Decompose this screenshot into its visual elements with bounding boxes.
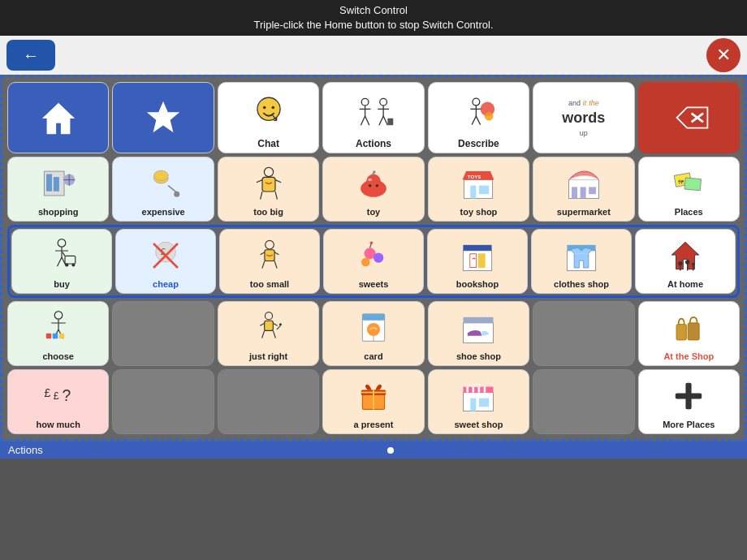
cheap-cell[interactable]: £ cheap bbox=[115, 229, 216, 294]
svg-rect-107 bbox=[46, 334, 51, 338]
words-button[interactable]: and it the words up bbox=[533, 82, 634, 153]
svg-rect-40 bbox=[262, 177, 275, 192]
bookshop-cell[interactable]: bookshop bbox=[427, 229, 528, 294]
shopping-cell[interactable]: shopping bbox=[7, 157, 109, 222]
at-home-icon bbox=[637, 233, 733, 278]
svg-point-48 bbox=[369, 184, 372, 187]
at-home-cell[interactable]: At home bbox=[635, 229, 736, 294]
more-places-icon bbox=[641, 373, 737, 418]
places-icon: 🗺 bbox=[641, 161, 737, 205]
choose-cell[interactable]: choose bbox=[7, 301, 109, 366]
svg-point-77 bbox=[266, 240, 274, 249]
too-big-cell[interactable]: too big bbox=[218, 157, 319, 222]
svg-line-12 bbox=[365, 116, 369, 125]
svg-rect-127 bbox=[676, 324, 686, 339]
svg-rect-78 bbox=[265, 250, 274, 261]
svg-point-4 bbox=[271, 106, 274, 110]
actions-label: Actions bbox=[356, 138, 391, 149]
clothes-shop-icon bbox=[533, 233, 629, 278]
shoe-shop-icon bbox=[430, 305, 527, 350]
more-places-label: More Places bbox=[663, 420, 715, 430]
sweets-icon bbox=[326, 233, 421, 278]
svg-line-70 bbox=[63, 252, 65, 256]
svg-rect-30 bbox=[46, 174, 52, 191]
star-icon bbox=[116, 86, 209, 149]
svg-point-51 bbox=[373, 170, 376, 174]
choose-label: choose bbox=[42, 351, 74, 362]
supermarket-cell[interactable]: supermarket bbox=[533, 157, 634, 222]
too-small-cell[interactable]: too small bbox=[219, 229, 320, 294]
shoe-shop-label: shoe shop bbox=[456, 351, 501, 362]
expensive-cell[interactable]: expensive bbox=[112, 157, 214, 222]
bottom-bar: Actions bbox=[0, 442, 747, 459]
svg-text:TOYS: TOYS bbox=[468, 174, 481, 179]
star-button[interactable] bbox=[112, 82, 214, 153]
svg-rect-128 bbox=[688, 323, 699, 340]
svg-text:🗺: 🗺 bbox=[678, 179, 684, 185]
chat-button[interactable]: Chat bbox=[218, 82, 319, 153]
main-grid-area: Chat Actions bbox=[0, 75, 747, 442]
toy-shop-label: toy shop bbox=[460, 207, 498, 218]
svg-line-82 bbox=[274, 261, 277, 268]
shoe-shop-cell[interactable]: shoe shop bbox=[428, 301, 529, 366]
sweet-shop-icon: CANDY bbox=[430, 373, 527, 418]
too-big-label: too big bbox=[253, 207, 283, 218]
svg-point-13 bbox=[380, 99, 387, 106]
clothes-shop-cell[interactable]: clothes shop bbox=[531, 229, 632, 294]
places-label: Places bbox=[675, 207, 703, 218]
svg-rect-119 bbox=[362, 314, 384, 321]
how-much-cell[interactable]: £ £ ? how much bbox=[7, 369, 109, 434]
svg-rect-109 bbox=[59, 334, 64, 338]
places-cell[interactable]: 🗺 Places bbox=[638, 157, 740, 222]
svg-rect-88 bbox=[463, 251, 491, 271]
svg-point-39 bbox=[264, 167, 273, 176]
how-much-row: £ £ ? how much bbox=[7, 369, 740, 434]
too-small-icon bbox=[222, 233, 317, 278]
svg-line-11 bbox=[361, 116, 365, 125]
svg-point-84 bbox=[374, 252, 383, 262]
home-button[interactable] bbox=[7, 82, 109, 153]
too-big-icon bbox=[220, 161, 317, 205]
buy-cell[interactable]: buy bbox=[11, 229, 112, 294]
shopping-row: shopping expensive bbox=[7, 157, 740, 222]
too-small-label: too small bbox=[250, 279, 289, 290]
cheap-icon: £ bbox=[118, 233, 214, 278]
svg-point-120 bbox=[367, 323, 380, 336]
svg-point-47 bbox=[368, 179, 372, 182]
backspace-button[interactable] bbox=[638, 82, 740, 153]
empty-cell-2 bbox=[533, 301, 634, 366]
sweet-shop-label: sweet shop bbox=[454, 420, 503, 430]
svg-line-41 bbox=[256, 179, 261, 182]
chat-label: Chat bbox=[257, 138, 279, 149]
sweets-cell[interactable]: sweets bbox=[323, 229, 424, 294]
describe-label: Describe bbox=[458, 138, 499, 149]
svg-point-125 bbox=[473, 328, 475, 330]
describe-button[interactable]: Describe bbox=[428, 82, 529, 153]
toy-label: toy bbox=[367, 207, 381, 218]
clothes-shop-label: clothes shop bbox=[554, 279, 609, 290]
back-button[interactable]: ← bbox=[6, 40, 55, 71]
a-present-icon bbox=[325, 373, 421, 418]
content-grid: shopping expensive bbox=[7, 157, 740, 434]
at-the-shop-cell[interactable]: At the Shop bbox=[638, 301, 740, 366]
more-places-cell[interactable]: More Places bbox=[638, 369, 740, 434]
toy-shop-cell[interactable]: TOYS toy shop bbox=[428, 157, 529, 222]
svg-point-19 bbox=[473, 98, 480, 106]
close-button[interactable]: ✕ bbox=[706, 38, 741, 72]
actions-button[interactable]: Actions bbox=[322, 82, 424, 153]
buy-row-highlight: buy £ cheap bbox=[7, 225, 740, 298]
a-present-cell[interactable]: a present bbox=[322, 369, 424, 434]
svg-line-44 bbox=[275, 192, 277, 200]
bottom-dot bbox=[387, 447, 394, 454]
sweets-label: sweets bbox=[359, 279, 389, 290]
words-display: and it the words up bbox=[562, 97, 605, 139]
sweet-shop-cell[interactable]: CANDY sweet shop bbox=[428, 369, 529, 434]
svg-rect-91 bbox=[470, 254, 476, 267]
svg-point-2 bbox=[257, 97, 279, 120]
just-right-cell[interactable]: just right bbox=[218, 301, 319, 366]
svg-point-87 bbox=[370, 241, 374, 244]
card-cell[interactable]: card bbox=[322, 301, 424, 366]
svg-marker-1 bbox=[147, 101, 179, 132]
bookshop-icon bbox=[430, 233, 525, 278]
toy-cell[interactable]: toy bbox=[322, 157, 424, 222]
